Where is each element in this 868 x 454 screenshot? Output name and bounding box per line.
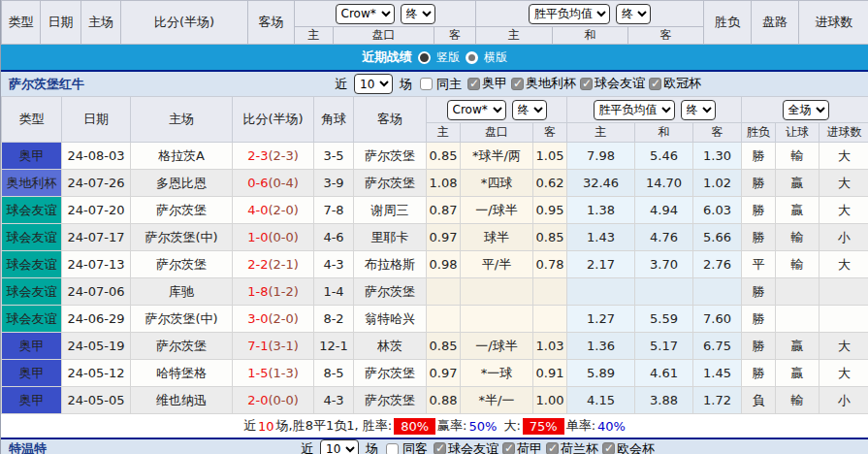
cell-avg-away: 2.76 bbox=[693, 251, 742, 278]
cell-avg-away: 6.75 bbox=[693, 333, 742, 360]
match-table: 类型 日期 主场 比分(半场) 角球 客场 Crow*终 胜平负均值终 全场 主… bbox=[1, 96, 868, 414]
match-count-select[interactable]: 10 bbox=[320, 439, 359, 454]
league-filter[interactable]: 球会友谊 bbox=[430, 440, 498, 454]
league-filter[interactable]: 欧会杯 bbox=[598, 440, 655, 454]
checked-checkbox-icon[interactable] bbox=[467, 78, 480, 90]
same-home-label: 同主 bbox=[436, 76, 462, 93]
col-goals: 进球数 bbox=[799, 1, 868, 45]
checked-checkbox-icon[interactable] bbox=[546, 442, 559, 454]
cell-handicap: 平/半 bbox=[461, 251, 533, 278]
league-filter-label: 奥地利杯 bbox=[526, 75, 576, 92]
cell-home-odds: 0.98 bbox=[427, 251, 461, 278]
subcol-avg-home: 主 bbox=[567, 123, 635, 143]
league-filter[interactable]: 奥甲 bbox=[464, 75, 507, 92]
league-filter-label: 荷甲 bbox=[517, 440, 542, 454]
final-odds-select[interactable]: 终 bbox=[401, 4, 435, 24]
cell-home-odds: 0.85 bbox=[427, 143, 461, 170]
cell-result: 負 bbox=[742, 387, 776, 414]
cell-home-team: 哈特堡格 bbox=[131, 360, 233, 387]
cell-league-type: 球会友谊 bbox=[2, 197, 62, 224]
subcol-avg-draw: 和 bbox=[635, 123, 693, 143]
bookmaker-select[interactable]: Crow* bbox=[447, 100, 506, 120]
avg-final-select[interactable]: 终 bbox=[681, 100, 716, 120]
cell-corners: 8-5 bbox=[314, 360, 354, 387]
avg-odds-select[interactable]: 胜平负均值 bbox=[529, 4, 610, 24]
cell-away-team: 布拉格斯 bbox=[354, 251, 427, 278]
match-count-select[interactable]: 10 bbox=[354, 74, 393, 94]
cell-away-odds: 0.78 bbox=[533, 251, 567, 278]
league-filter[interactable]: 荷甲 bbox=[498, 440, 542, 454]
cell-away-odds: 0.85 bbox=[533, 224, 567, 251]
horizontal-layout-label: 横版 bbox=[484, 49, 507, 66]
fulltime-select[interactable]: 全场 bbox=[783, 100, 829, 120]
cell-avg-away: 1.30 bbox=[693, 143, 742, 170]
match-rows: 奥甲24-08-03格拉茨A2-3(2-3)3-5萨尔茨堡0.85*球半/两1.… bbox=[2, 143, 868, 414]
cell-away-odds bbox=[533, 306, 567, 333]
cell-result: 勝 bbox=[742, 333, 776, 360]
cell-handicap: *四球 bbox=[461, 170, 533, 197]
checked-checkbox-icon[interactable] bbox=[649, 78, 661, 90]
cell-handicap-result: 輸 bbox=[776, 224, 820, 251]
cell-handicap: 球半 bbox=[461, 224, 533, 251]
cell-score: 1-0(0-0) bbox=[233, 224, 314, 251]
cell-corners: 3-5 bbox=[314, 143, 354, 170]
league-filter[interactable]: 球会友谊 bbox=[576, 75, 645, 92]
cell-away-odds: 0.91 bbox=[533, 360, 567, 387]
cell-goals: 小 bbox=[820, 387, 868, 414]
cell-avg-home: 4.15 bbox=[567, 387, 635, 414]
league-filters: 球会友谊荷甲荷兰杯欧会杯 bbox=[430, 440, 655, 454]
cell-home-odds: 0.97 bbox=[427, 360, 461, 387]
team-section-bar: 萨尔茨堡红牛 近 10 场 同主 奥甲奥地利杯球会友谊欧冠杯 bbox=[1, 70, 868, 96]
col-score: 比分(半场) bbox=[233, 97, 314, 143]
cell-home-odds: 1.08 bbox=[427, 170, 461, 197]
same-away-checkbox[interactable] bbox=[386, 443, 399, 454]
col-handicap-trend: 盘路 bbox=[752, 1, 799, 45]
handicap-win-label: 赢率: bbox=[437, 417, 466, 435]
league-filter[interactable]: 奥地利杯 bbox=[507, 75, 576, 92]
checked-checkbox-icon[interactable] bbox=[502, 442, 515, 454]
cell-home-odds: 0.88 bbox=[427, 387, 461, 414]
cell-date: 24-05-12 bbox=[62, 360, 131, 387]
team-name: 特温特 bbox=[1, 440, 47, 454]
table-row: 球会友谊24-06-29萨尔茨堡(中)3-0(2-0)8-2翁特哈兴1.275.… bbox=[2, 306, 868, 333]
league-filter-label: 荷兰杯 bbox=[561, 440, 598, 454]
cell-league-type: 奥地利杯 bbox=[2, 170, 62, 197]
cell-handicap-result bbox=[776, 278, 820, 306]
cell-home-team: 维也纳迅 bbox=[131, 387, 233, 414]
cell-date: 24-07-13 bbox=[62, 251, 131, 278]
checked-checkbox-icon[interactable] bbox=[602, 442, 615, 454]
cell-away-team: 里耶卡 bbox=[354, 224, 427, 251]
bookmaker-select[interactable]: Crow* bbox=[336, 4, 395, 24]
cell-result: 勝 bbox=[742, 360, 776, 387]
same-home-checkbox[interactable] bbox=[420, 78, 433, 90]
cell-away-odds: 0.95 bbox=[533, 197, 567, 224]
cell-avg-draw: 5.46 bbox=[635, 143, 693, 170]
league-filter[interactable]: 欧冠杯 bbox=[645, 75, 701, 92]
same-away-label: 同客 bbox=[402, 440, 428, 454]
horizontal-layout-radio[interactable] bbox=[466, 51, 478, 64]
final-odds-select[interactable]: 终 bbox=[512, 100, 547, 120]
col-date: 日期 bbox=[62, 97, 131, 143]
checked-checkbox-icon[interactable] bbox=[511, 78, 524, 90]
cell-home-team: 萨尔茨堡 bbox=[131, 333, 233, 360]
cell-handicap-result: 輸 bbox=[776, 143, 820, 170]
avg-odds-select[interactable]: 胜平负均值 bbox=[594, 100, 675, 120]
avg-final-select[interactable]: 终 bbox=[616, 4, 651, 24]
cell-date: 24-07-26 bbox=[62, 170, 131, 197]
league-filter[interactable]: 荷兰杯 bbox=[542, 440, 598, 454]
cell-score: 3-0(2-0) bbox=[233, 306, 314, 333]
checked-checkbox-icon[interactable] bbox=[580, 78, 593, 90]
cell-corners: 7-8 bbox=[314, 197, 354, 224]
cell-handicap-result: 贏 bbox=[776, 197, 820, 224]
checked-checkbox-icon[interactable] bbox=[434, 442, 446, 454]
cell-corners: 4-3 bbox=[314, 251, 354, 278]
col-home: 主场 bbox=[81, 1, 121, 45]
page-header-table: 类型 日期 主场 比分(半场) 客场 Crow*终 胜平负均值终 胜负 盘路 进… bbox=[1, 0, 868, 45]
cell-score: 2-2(2-1) bbox=[233, 251, 314, 278]
cell-avg-draw: 4.76 bbox=[635, 224, 693, 251]
vertical-layout-radio[interactable] bbox=[418, 51, 431, 64]
cell-score: 1-5(1-3) bbox=[233, 360, 314, 387]
single-label: 单率: bbox=[566, 417, 595, 435]
subcol-avg-draw: 和 bbox=[553, 27, 628, 45]
cell-avg-home: 32.46 bbox=[567, 170, 635, 197]
